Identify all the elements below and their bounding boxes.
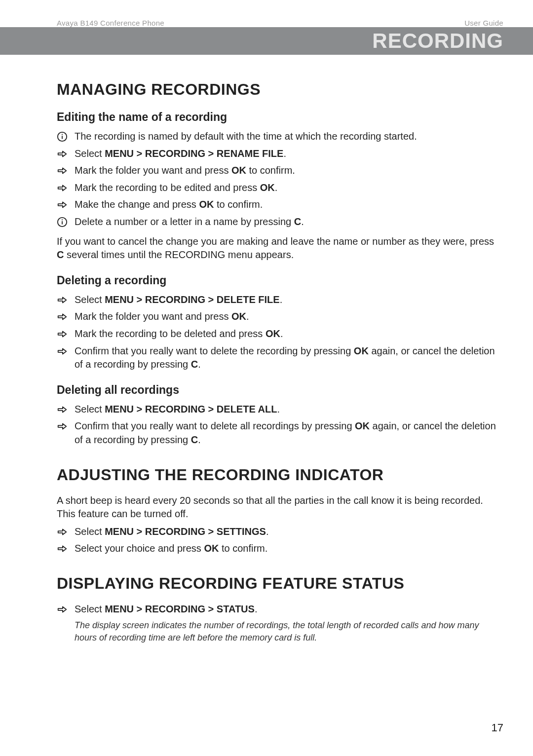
text: Mark the folder you want and press OK. — [75, 311, 249, 322]
info-item: The recording is named by default with t… — [57, 130, 503, 144]
arrow-icon — [57, 404, 68, 415]
text: The recording is named by default with t… — [75, 131, 417, 142]
step-item: Select MENU > RECORDING > RENAME FILE. — [57, 147, 503, 161]
heading-status: DISPLAYING RECORDING FEATURE STATUS — [57, 574, 503, 593]
svg-rect-5 — [62, 219, 63, 220]
arrow-icon — [57, 311, 68, 322]
step-item: Select MENU > RECORDING > STATUS. — [57, 603, 503, 616]
step-item: Mark the recording to be edited and pres… — [57, 181, 503, 195]
info-item: Delete a number or a letter in a name by… — [57, 215, 503, 229]
heading-adjusting: ADJUSTING THE RECORDING INDICATOR — [57, 466, 503, 484]
step-item: Confirm that you really want to delete t… — [57, 344, 503, 372]
text: Mark the recording to be edited and pres… — [75, 182, 277, 193]
text: Select MENU > RECORDING > STATUS. — [75, 604, 257, 614]
italic-note: The display screen indicates the number … — [75, 619, 503, 643]
paragraph: If you want to cancel the change you are… — [57, 235, 503, 262]
heading-managing: MANAGING RECORDINGS — [57, 80, 503, 99]
info-icon — [57, 131, 68, 142]
step-item: Select MENU > RECORDING > DELETE ALL. — [57, 403, 503, 416]
svg-rect-2 — [62, 134, 63, 135]
step-item: Select your choice and press OK to confi… — [57, 542, 503, 556]
arrow-icon — [57, 543, 68, 554]
arrow-icon — [57, 295, 68, 305]
arrow-icon — [57, 165, 68, 176]
text: Delete a number or a letter in a name by… — [75, 216, 304, 227]
text: Mark the recording to be deleted and pre… — [75, 328, 283, 339]
section-banner: RECORDING — [0, 27, 533, 55]
steps-editing: The recording is named by default with t… — [57, 130, 503, 229]
doc-title-left: Avaya B149 Conference Phone — [57, 19, 164, 27]
section-banner-text: RECORDING — [372, 29, 503, 53]
arrow-icon — [57, 421, 68, 432]
arrow-icon — [57, 183, 68, 193]
svg-rect-1 — [62, 136, 63, 139]
page-content: MANAGING RECORDINGS Editing the name of … — [0, 55, 533, 643]
step-item: Select MENU > RECORDING > SETTINGS. — [57, 525, 503, 539]
step-item: Select MENU > RECORDING > DELETE FILE. — [57, 293, 503, 307]
text: Select MENU > RECORDING > RENAME FILE. — [75, 148, 286, 159]
arrow-icon — [57, 346, 68, 357]
text: Select MENU > RECORDING > DELETE ALL. — [75, 404, 280, 415]
text: Make the change and press OK to confirm. — [75, 199, 263, 210]
doc-title-right: User Guide — [464, 19, 503, 27]
arrow-icon — [57, 199, 68, 210]
arrow-icon — [57, 527, 68, 537]
text: Confirm that you really want to delete a… — [75, 420, 496, 445]
steps-adjusting: Select MENU > RECORDING > SETTINGS. Sele… — [57, 525, 503, 556]
steps-delete: Select MENU > RECORDING > DELETE FILE. M… — [57, 293, 503, 372]
steps-delete-all: Select MENU > RECORDING > DELETE ALL. Co… — [57, 403, 503, 447]
step-item: Make the change and press OK to confirm. — [57, 198, 503, 212]
header-meta: Avaya B149 Conference Phone User Guide — [0, 0, 533, 27]
step-item: Mark the folder you want and press OK. — [57, 310, 503, 324]
step-item: Mark the recording to be deleted and pre… — [57, 327, 503, 341]
page-number: 17 — [492, 721, 503, 734]
text: Confirm that you really want to delete t… — [75, 345, 495, 370]
arrow-icon — [57, 604, 68, 615]
arrow-icon — [57, 149, 68, 159]
subheading-editing: Editing the name of a recording — [57, 111, 503, 124]
step-item: Confirm that you really want to delete a… — [57, 419, 503, 447]
text: Mark the folder you want and press OK to… — [75, 165, 295, 176]
step-item: Mark the folder you want and press OK to… — [57, 164, 503, 178]
info-icon — [57, 217, 68, 227]
text: Select your choice and press OK to confi… — [75, 543, 267, 554]
paragraph: A short beep is heard every 20 seconds s… — [57, 494, 503, 521]
steps-status: Select MENU > RECORDING > STATUS. — [57, 603, 503, 616]
subheading-delete-all: Deleting all recordings — [57, 383, 503, 397]
text: Select MENU > RECORDING > SETTINGS. — [75, 526, 268, 537]
text: Select MENU > RECORDING > DELETE FILE. — [75, 294, 282, 305]
svg-rect-4 — [62, 221, 63, 224]
arrow-icon — [57, 329, 68, 340]
subheading-delete: Deleting a recording — [57, 274, 503, 287]
